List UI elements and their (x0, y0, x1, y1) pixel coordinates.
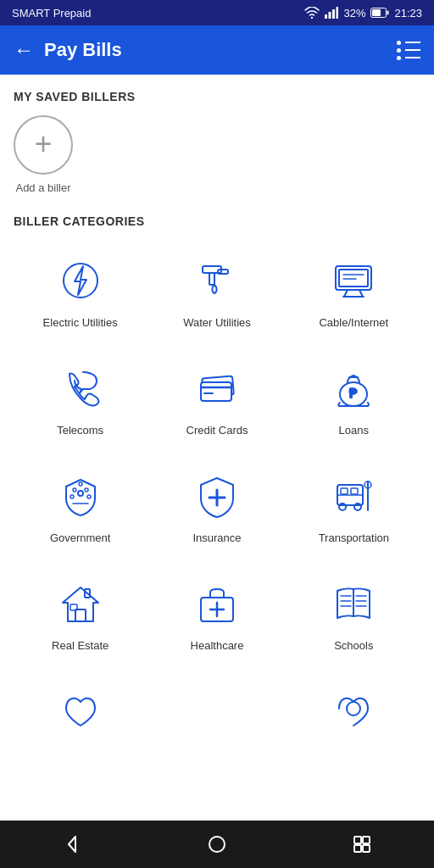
categories-title: BILLER CATEGORIES (14, 214, 420, 228)
app-header: ← Pay Bills (0, 25, 434, 75)
svg-marker-44 (63, 587, 98, 621)
home-nav-button[interactable] (200, 827, 234, 861)
battery-label: 32% (343, 7, 365, 19)
main-content: MY SAVED BILLERS + Add a biller BILLER C… (0, 75, 434, 750)
bottom-navigation (0, 821, 434, 868)
water-utilities-icon (188, 252, 246, 309)
signal-icon (325, 7, 338, 19)
time-label: 21:23 (394, 7, 422, 19)
cable-internet-icon (325, 252, 382, 309)
status-bar: SMART Prepaid 32% 21:23 (0, 0, 434, 25)
svg-point-30 (73, 488, 76, 492)
government-label: Government (50, 531, 111, 546)
svg-point-0 (311, 17, 313, 19)
page-title: Pay Bills (44, 39, 397, 61)
saved-billers-title: MY SAVED BILLERS (14, 90, 420, 103)
menu-button[interactable] (397, 41, 420, 60)
loans-label: Loans (339, 424, 369, 438)
category-loans[interactable]: ₱ Loans (287, 348, 420, 447)
partial-category-1[interactable] (14, 665, 147, 750)
telecoms-label: Telecoms (57, 424, 103, 438)
recent-nav-button[interactable] (345, 827, 379, 861)
saved-billers-section: MY SAVED BILLERS + Add a biller (14, 90, 420, 194)
svg-point-31 (85, 488, 88, 492)
svg-rect-45 (75, 609, 86, 621)
government-icon (52, 467, 109, 525)
svg-line-15 (344, 290, 348, 297)
svg-rect-63 (354, 845, 361, 852)
category-insurance[interactable]: Insurance (150, 455, 283, 554)
electric-utilities-label: Electric Utilities (43, 316, 118, 331)
svg-rect-3 (332, 9, 335, 19)
wifi-icon (304, 7, 320, 19)
category-cable-internet[interactable]: Cable/Internet (287, 240, 420, 339)
category-water-utilities[interactable]: Water Utilities (150, 240, 283, 339)
partial-category-3[interactable] (287, 665, 420, 750)
transportation-label: Transportation (319, 531, 389, 546)
svg-point-58 (347, 702, 360, 715)
back-nav-button[interactable] (55, 827, 89, 861)
svg-line-16 (359, 290, 363, 297)
insurance-label: Insurance (192, 531, 241, 546)
cable-internet-label: Cable/Internet (319, 316, 388, 331)
svg-point-32 (79, 482, 82, 486)
svg-rect-12 (209, 273, 214, 285)
svg-rect-6 (372, 9, 381, 16)
category-credit-cards[interactable]: Credit Cards (150, 348, 283, 447)
telecoms-icon (52, 359, 109, 417)
healthcare-icon (188, 575, 246, 632)
real-estate-icon (52, 575, 109, 632)
svg-rect-1 (325, 14, 327, 19)
svg-rect-21 (201, 382, 231, 401)
partial-icon-3 (325, 677, 382, 735)
carrier-label: SMART Prepaid (12, 7, 91, 19)
add-icon: + (34, 129, 52, 159)
svg-rect-38 (351, 488, 358, 494)
add-biller-button[interactable]: + (14, 115, 73, 175)
biller-categories-section: BILLER CATEGORIES Electric Utilities (14, 214, 420, 750)
svg-rect-4 (337, 7, 339, 19)
schools-icon (325, 575, 382, 632)
svg-rect-7 (387, 11, 389, 15)
svg-marker-59 (69, 837, 75, 852)
svg-marker-9 (75, 266, 86, 295)
svg-point-28 (70, 495, 74, 498)
add-biller-label: Add a biller (14, 181, 73, 194)
transportation-icon (325, 467, 382, 525)
svg-point-60 (209, 837, 225, 852)
svg-point-27 (78, 491, 83, 496)
partial-icon-1 (52, 677, 109, 735)
category-electric-utilities[interactable]: Electric Utilities (14, 240, 147, 339)
category-transportation[interactable]: Transportation (287, 455, 420, 554)
svg-point-29 (87, 495, 91, 498)
svg-text:₱: ₱ (349, 387, 357, 400)
status-right: 32% 21:23 (304, 7, 422, 19)
schools-label: Schools (334, 639, 373, 654)
healthcare-label: Healthcare (191, 639, 244, 654)
category-telecoms[interactable]: Telecoms (14, 348, 147, 447)
back-button[interactable]: ← (14, 38, 34, 62)
svg-rect-62 (363, 837, 370, 843)
categories-grid: Electric Utilities Water Utilities (14, 240, 420, 662)
electric-utilities-icon (52, 252, 109, 309)
svg-rect-64 (363, 845, 370, 852)
category-real-estate[interactable]: Real Estate (14, 563, 147, 662)
svg-rect-2 (329, 12, 331, 19)
water-utilities-label: Water Utilities (183, 316, 251, 331)
battery-icon (370, 8, 389, 18)
category-schools[interactable]: Schools (287, 563, 420, 662)
loans-icon: ₱ (325, 359, 382, 417)
real-estate-label: Real Estate (52, 639, 108, 654)
insurance-icon (188, 467, 246, 525)
svg-rect-11 (218, 270, 228, 274)
partial-category-2[interactable] (150, 665, 283, 750)
svg-rect-37 (341, 488, 348, 494)
credit-cards-label: Credit Cards (186, 424, 248, 438)
svg-rect-14 (339, 270, 368, 287)
category-healthcare[interactable]: Healthcare (150, 563, 283, 662)
credit-cards-icon (188, 359, 246, 417)
category-government[interactable]: Government (14, 455, 147, 554)
svg-rect-61 (354, 837, 361, 843)
